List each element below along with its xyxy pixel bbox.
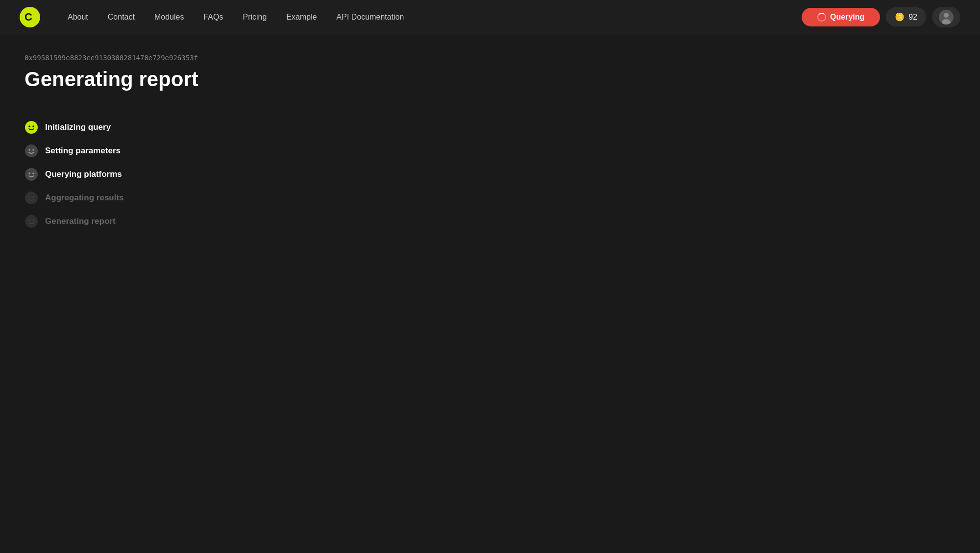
main-content: 0x99581599e8823ee9130380281478e729e92635… bbox=[0, 34, 980, 248]
credits-count: 92 bbox=[908, 13, 917, 22]
query-id: 0x99581599e8823ee9130380281478e729e92635… bbox=[24, 54, 956, 62]
avatar-icon bbox=[939, 10, 954, 24]
svg-point-10 bbox=[32, 149, 34, 151]
progress-steps: Initializing query Setting parameters bbox=[24, 120, 956, 228]
logo-icon: C bbox=[20, 7, 40, 27]
nav-links: About Contact Modules FAQs Pricing Examp… bbox=[60, 9, 802, 25]
smiley-pending2-icon bbox=[25, 215, 38, 228]
smiley-processing-icon bbox=[25, 144, 38, 157]
svg-point-8 bbox=[25, 144, 38, 157]
nav-link-faqs[interactable]: FAQs bbox=[196, 9, 231, 25]
svg-point-6 bbox=[28, 125, 30, 127]
step-params: Setting parameters bbox=[24, 144, 956, 158]
page-title: Generating report bbox=[24, 68, 956, 91]
nav-right: Querying 🪙 92 bbox=[802, 7, 960, 27]
svg-point-5 bbox=[25, 121, 38, 134]
nav-link-about[interactable]: About bbox=[60, 9, 96, 25]
svg-point-16 bbox=[32, 196, 34, 198]
svg-point-7 bbox=[32, 125, 34, 127]
step-aggregate-label: Aggregating results bbox=[45, 193, 124, 203]
nav-link-contact[interactable]: Contact bbox=[100, 9, 143, 25]
step-init-icon bbox=[24, 120, 38, 134]
svg-point-11 bbox=[25, 168, 38, 181]
step-aggregate: Aggregating results bbox=[24, 191, 956, 205]
step-init: Initializing query bbox=[24, 120, 956, 134]
svg-point-14 bbox=[25, 192, 38, 204]
nav-link-api-docs[interactable]: API Documentation bbox=[329, 9, 412, 25]
svg-point-15 bbox=[28, 196, 30, 198]
credits-button[interactable]: 🪙 92 bbox=[886, 7, 926, 26]
querying-label: Querying bbox=[830, 13, 864, 22]
logo-area[interactable]: C bbox=[20, 7, 40, 27]
smiley-pending-icon bbox=[25, 192, 38, 204]
step-report: Generating report bbox=[24, 215, 956, 228]
navbar: C About Contact Modules FAQs Pricing Exa… bbox=[0, 0, 980, 34]
svg-text:C: C bbox=[24, 11, 32, 23]
step-params-icon bbox=[24, 144, 38, 158]
svg-point-9 bbox=[28, 149, 30, 151]
querying-button[interactable]: Querying bbox=[802, 8, 880, 26]
step-platforms: Querying platforms bbox=[24, 168, 956, 181]
svg-point-12 bbox=[28, 172, 30, 174]
step-init-label: Initializing query bbox=[45, 122, 111, 132]
svg-point-3 bbox=[944, 13, 949, 18]
nav-link-modules[interactable]: Modules bbox=[147, 9, 192, 25]
step-aggregate-icon bbox=[24, 191, 38, 205]
step-report-icon bbox=[24, 215, 38, 228]
svg-point-18 bbox=[28, 219, 30, 221]
smiley-active-icon bbox=[25, 121, 38, 134]
svg-point-19 bbox=[32, 219, 34, 221]
step-platforms-icon bbox=[24, 168, 38, 181]
step-platforms-label: Querying platforms bbox=[45, 169, 122, 179]
nav-link-example[interactable]: Example bbox=[278, 9, 324, 25]
step-report-label: Generating report bbox=[45, 216, 116, 226]
credits-icon: 🪙 bbox=[895, 12, 905, 22]
step-params-label: Setting parameters bbox=[45, 146, 121, 156]
smiley-processing2-icon bbox=[25, 168, 38, 181]
nav-link-pricing[interactable]: Pricing bbox=[235, 9, 274, 25]
svg-point-17 bbox=[25, 215, 38, 228]
querying-spinner-icon bbox=[817, 13, 826, 22]
avatar bbox=[939, 10, 954, 24]
user-avatar-area[interactable] bbox=[932, 7, 960, 27]
svg-point-13 bbox=[32, 172, 34, 174]
